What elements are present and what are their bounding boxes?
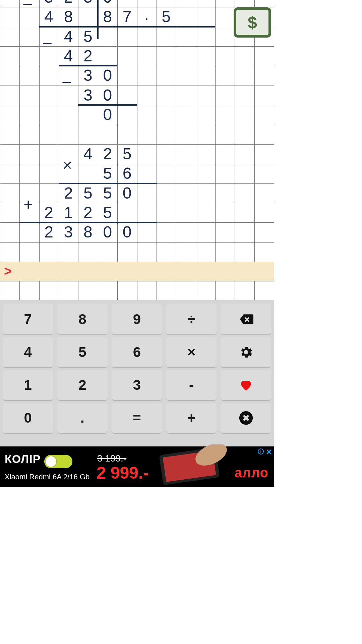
division-bracket-horizontal: [98, 26, 215, 28]
worksheet-digit: .: [137, 7, 157, 26]
key-plus[interactable]: +: [166, 403, 217, 433]
worksheet-digit: 8: [98, 7, 117, 26]
operator-minus: _: [43, 28, 51, 44]
worksheet-digit: 8: [59, 7, 78, 26]
worksheet-digit: 2: [78, 203, 98, 222]
worksheet-digit: 5: [78, 27, 98, 46]
close-circle-icon: [239, 411, 253, 425]
key-5[interactable]: 5: [57, 337, 108, 367]
worksheet-digit: 5: [39, 0, 59, 7]
key-dot[interactable]: .: [57, 403, 108, 433]
key-divide[interactable]: ÷: [166, 304, 217, 334]
key-minus[interactable]: -: [166, 370, 217, 400]
division-bracket-vertical: [97, 0, 99, 39]
input-row[interactable]: [0, 262, 274, 281]
worksheet-digit: 0: [98, 86, 117, 105]
heart-icon: [239, 378, 253, 392]
worksheet-digit: 2: [98, 144, 117, 164]
worksheet-digit: 3: [59, 222, 78, 242]
ad-shop: алло: [235, 465, 268, 480]
key-backspace[interactable]: [221, 304, 271, 334]
rule-line: [59, 183, 157, 184]
worksheet-digit: 2: [39, 222, 59, 242]
worksheet-digit: 2: [59, 183, 78, 203]
key-9[interactable]: 9: [112, 304, 162, 334]
ad-info-icon[interactable]: i: [258, 448, 264, 454]
rule-line: [78, 104, 137, 106]
key-4[interactable]: 4: [3, 337, 53, 367]
worksheet-digit: 3: [78, 86, 98, 105]
worksheet-digit: 8: [78, 222, 98, 242]
worksheet-digit: 5: [117, 144, 137, 164]
dollar-icon: $: [248, 13, 257, 32]
key-2[interactable]: 2: [57, 370, 108, 400]
key-close[interactable]: [221, 403, 271, 433]
worksheet-digit: 0: [98, 105, 117, 124]
math-worksheet[interactable]: 52504887.5454230300425562550212523800 __…: [0, 0, 274, 300]
ad-close-icon[interactable]: ✕: [266, 448, 272, 457]
key-equals[interactable]: =: [112, 403, 162, 433]
key-favorite[interactable]: [221, 370, 271, 400]
worksheet-digit: 4: [39, 7, 59, 26]
worksheet-digit: 4: [59, 27, 78, 46]
rule-line: [19, 222, 157, 223]
operator-minus: _: [23, 0, 32, 5]
input-cursor: >: [4, 264, 12, 279]
key-3[interactable]: 3: [112, 370, 162, 400]
ad-brand-text: КОЛIP: [5, 452, 41, 465]
ad-old-price: 3 199.-: [97, 453, 126, 464]
ad-product: Xiaomi Redmi 6A 2/16 Gb: [5, 473, 89, 481]
key-1[interactable]: 1: [3, 370, 53, 400]
worksheet-digit: 2: [39, 203, 59, 222]
rule-line: [59, 65, 117, 66]
keypad: 789÷456×123-0.=+: [0, 300, 274, 446]
worksheet-digit: 0: [98, 222, 117, 242]
worksheet-digit: 0: [117, 183, 137, 203]
gear-icon: [239, 345, 253, 360]
key-8[interactable]: 8: [57, 304, 108, 334]
key-6[interactable]: 6: [112, 337, 162, 367]
key-7[interactable]: 7: [3, 304, 53, 334]
operator-plus: +: [23, 195, 33, 214]
worksheet-digit: 5: [78, 183, 98, 203]
worksheet-digit: 1: [59, 203, 78, 222]
rule-line: [39, 26, 98, 28]
operator-multiply: ×: [63, 156, 72, 174]
backspace-icon: [239, 312, 253, 327]
worksheet-digit: 5: [98, 183, 117, 203]
worksheet-digit: 2: [78, 46, 98, 66]
key-multiply[interactable]: ×: [166, 337, 217, 367]
worksheet-digit: 7: [117, 7, 137, 26]
worksheet-digit: 5: [98, 164, 117, 183]
worksheet-digit: 5: [78, 0, 98, 7]
worksheet-digit: 4: [78, 144, 98, 164]
key-0[interactable]: 0: [3, 403, 53, 433]
worksheet-digit: 0: [98, 66, 117, 85]
worksheet-digit: 6: [117, 164, 137, 183]
operator-minus: _: [63, 66, 71, 83]
worksheet-digit: 0: [98, 0, 117, 7]
ad-banner[interactable]: КОЛIP Xiaomi Redmi 6A 2/16 Gb 3 199.- 2 …: [0, 446, 274, 487]
worksheet-digit: 4: [59, 46, 78, 66]
worksheet-digit: 5: [98, 203, 117, 222]
worksheet-digit: 5: [157, 7, 176, 26]
worksheet-digit: 2: [59, 0, 78, 7]
ad-brand: КОЛIP: [5, 452, 72, 468]
worksheet-digit: 0: [117, 222, 137, 242]
worksheet-digit: 3: [78, 66, 98, 85]
key-settings[interactable]: [221, 337, 271, 367]
ad-image: [141, 444, 235, 487]
toggle-icon: [44, 455, 72, 468]
premium-button[interactable]: $: [234, 7, 271, 38]
